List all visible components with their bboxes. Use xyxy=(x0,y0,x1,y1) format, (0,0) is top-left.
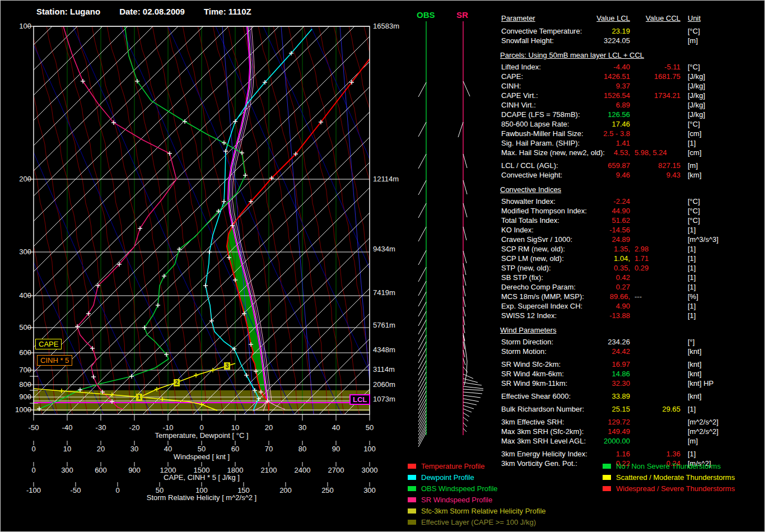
parameter-row: Lifted Index:-4.40-5.11[°C] xyxy=(500,62,763,72)
unit-label: [J/kg] xyxy=(688,100,705,110)
section-header: Wind Parameters xyxy=(500,325,763,335)
wind-tick-label: 100 xyxy=(353,445,386,453)
unit-label: [m^2/s^2] xyxy=(688,427,719,436)
parameter-label: CAPE Virt.: xyxy=(501,91,538,100)
parameter-row: SR Wind 9km-11km:32.30[knt] HP xyxy=(500,379,763,388)
temp-tick-label: 30 xyxy=(286,423,319,432)
parameter-row: Showalter Index:-2.24[°C] xyxy=(500,197,763,206)
sr-wind-barb xyxy=(463,392,482,394)
sr-wind-barb xyxy=(463,402,477,405)
cape-axis-title: CAPE, CINH * 5 [ J/kg ] xyxy=(34,473,370,482)
pressure-label: 500 xyxy=(4,323,31,332)
dry-adiabat-line xyxy=(340,26,372,414)
value-lcl: 129.72 xyxy=(534,417,630,427)
value-extra: 2.98 xyxy=(635,244,649,254)
sr-wind-barb xyxy=(463,154,467,168)
altitude-label: 9434m xyxy=(373,245,395,253)
wind-tick-label: 0 xyxy=(17,445,50,453)
pressure-label: 1000 xyxy=(4,405,31,414)
value-ccl: 9.43 xyxy=(636,170,680,180)
srh-km-marker-2: 2 xyxy=(174,379,180,386)
time-label: Time: 1110Z xyxy=(204,7,251,16)
legend-label: No / Non Severe Thunderstorms xyxy=(616,462,721,470)
sr-wind-barb xyxy=(463,423,467,427)
profile-legend-item: OBS Windspeed Profile xyxy=(408,483,546,494)
value-extra: 0.29 xyxy=(635,263,649,273)
unit-label: [1] xyxy=(688,404,696,414)
obs-wind-barb xyxy=(418,386,426,401)
sr-wind-barb xyxy=(463,389,483,390)
value-lcl: 149.49 xyxy=(534,427,630,436)
sr-wind-barb xyxy=(458,122,463,137)
temp-tick-label: -20 xyxy=(118,423,151,432)
value-lcl: 1.04, xyxy=(534,254,630,263)
moist-adiabat-line xyxy=(364,26,435,414)
temp-axis-title: Temperature, Dewpoint [ °C ] xyxy=(34,431,370,440)
moist-adiabat-line xyxy=(349,26,419,414)
moist-adiabat-line xyxy=(394,26,465,414)
unit-label: [m] xyxy=(688,161,698,170)
unit-label: [km] xyxy=(688,170,702,180)
moist-adiabat-line xyxy=(152,26,223,414)
parameter-row: Max. Hail Size (new, new2, old):4.53,5.9… xyxy=(500,148,763,157)
obs-wind-barb xyxy=(418,328,426,342)
obs-wind-barb xyxy=(418,348,426,363)
obs-wind-barb xyxy=(418,354,426,369)
obs-wind-barb xyxy=(418,311,426,326)
temp-tick-label: 20 xyxy=(252,423,286,432)
wind-tick-label: 90 xyxy=(319,445,353,453)
value-lcl: 16.97 xyxy=(534,360,630,369)
value-lcl: 89.66, xyxy=(534,292,630,301)
legend-label: SR Windspeed Profile xyxy=(421,496,492,504)
isotherm-line xyxy=(319,26,498,414)
col-unit: Unit xyxy=(688,13,701,23)
unit-label: [1] xyxy=(688,449,696,459)
parameter-row: SB STP (fix):0.42[1] xyxy=(500,273,763,282)
parameter-row: Convective Temperature:23.19[°C] xyxy=(500,26,763,36)
parameter-table: ParameterValue LCLValue CCLUnitConvectiv… xyxy=(500,13,763,468)
parameter-label: CINH: xyxy=(501,81,521,91)
value-lcl: 659.87 xyxy=(534,161,630,170)
parameter-row: 3km Effective SRH:129.72[m^2/s^2] xyxy=(500,417,763,427)
unit-label: [m^3/s^3] xyxy=(688,235,719,244)
unit-label: [knt] xyxy=(688,391,702,401)
obs-wind-barb xyxy=(418,203,426,218)
parameter-row: Max 3km SRH Level AGL:2000.00[m] xyxy=(500,436,763,446)
obs-wind-barb xyxy=(418,82,426,97)
sr-wind-barb xyxy=(463,382,482,385)
section-header: Parcels: Using 50mB mean layer LCL + CCL xyxy=(500,50,763,60)
parameter-row: KO Index:-14.56[1] xyxy=(500,225,763,235)
unit-label: [1] xyxy=(688,244,696,254)
value-ccl: 827.15 xyxy=(636,161,680,170)
legend-label: Dewpoint Profile xyxy=(421,473,474,482)
temp-tick-label: -30 xyxy=(84,423,118,432)
unit-label: [m^2/s^2] xyxy=(688,417,719,427)
moist-adiabat-line xyxy=(409,26,480,414)
parameter-row: SR Wind 4km-6km:14.86[knt] xyxy=(500,369,763,379)
legend-label: Effective Layer (CAPE >= 100 J/kg) xyxy=(421,518,536,526)
isotherm-line xyxy=(118,26,498,414)
isotherm-line xyxy=(193,26,498,414)
parameter-row: LCL / CCL (AGL):659.87827.15[m] xyxy=(500,161,763,170)
obs-wind-barb xyxy=(418,122,426,137)
altitude-label: 4348m xyxy=(373,346,395,354)
value-lcl: -13.88 xyxy=(534,311,630,320)
value-extra: 1.71 xyxy=(635,254,649,263)
altitude-label: 16583m xyxy=(373,22,399,30)
srh-km-marker-3: 3 xyxy=(224,362,230,370)
unit-label: [°C] xyxy=(688,26,700,36)
unit-label: [°C] xyxy=(688,216,700,225)
parameter-row: Storm Direction:234.26[°] xyxy=(500,337,763,347)
pressure-label: 800 xyxy=(4,380,31,389)
unit-label: [m] xyxy=(688,436,698,446)
value-lcl: 1.16 xyxy=(534,449,630,459)
value-lcl: 2000.00 xyxy=(534,436,630,446)
moist-adiabat-line xyxy=(122,26,193,414)
profile-legend: Temperature ProfileDewpoint ProfileOBS W… xyxy=(408,460,546,528)
wind-axis-title: Windspeed [ knt ] xyxy=(34,452,370,461)
severity-legend-item: No / Non Severe Thunderstorms xyxy=(603,460,735,472)
severity-legend-item: Scattered / Moderate Thunderstorms xyxy=(603,472,735,483)
sr-wind-barb xyxy=(463,399,479,402)
sounding-analysis-app: { "header": { "station": "Station: Lugan… xyxy=(0,0,765,532)
sr-column-label: SR xyxy=(456,10,468,20)
